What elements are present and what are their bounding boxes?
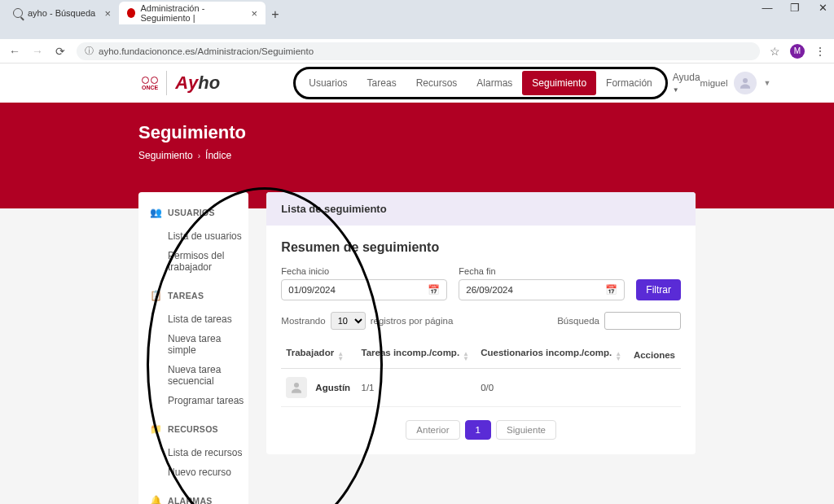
brand-logo[interactable]: ONCE Ayho	[142, 71, 220, 95]
user-avatar-icon	[734, 72, 757, 94]
breadcrumb: Seguimiento › Índice	[138, 150, 834, 161]
chevron-right-icon: ›	[198, 151, 200, 160]
filter-button[interactable]: Filtrar	[636, 279, 681, 300]
profile-avatar[interactable]: M	[790, 44, 805, 59]
pager-prev-button[interactable]: Anterior	[406, 420, 459, 440]
worker-name: Agustín	[315, 383, 350, 392]
col-cuestionarios[interactable]: Cuestionarios incomp./comp.▲▼	[476, 341, 629, 369]
sidebar-item-lista-tareas[interactable]: Lista de tareas	[138, 309, 248, 329]
sidebar-item-nuevo-recurso[interactable]: Nuevo recurso	[138, 462, 248, 482]
app-favicon-icon	[127, 8, 135, 18]
bookmark-icon[interactable]: ☆	[770, 45, 780, 58]
tasks-icon: 📋	[150, 290, 161, 301]
address-row: ← → ⟳ ⓘ ayho.fundaciononce.es/Administra…	[0, 39, 834, 64]
showing-label-pre: Mostrando	[281, 316, 325, 326]
user-menu[interactable]: miguel ▼	[700, 72, 771, 94]
sidebar-item-lista-recursos[interactable]: Lista de recursos	[138, 443, 248, 462]
sort-icon: ▲▼	[615, 352, 621, 362]
breadcrumb-item[interactable]: Seguimiento	[138, 150, 193, 161]
date-end-input[interactable]: 26/09/2024 📅	[459, 279, 625, 300]
card-header: Lista de seguimiento	[266, 192, 696, 226]
window-controls: ― ❐ ✕	[759, 2, 831, 14]
tab-close-icon[interactable]: ×	[251, 7, 257, 20]
maximize-button[interactable]: ❐	[787, 2, 803, 14]
section-title: Resumen de seguimiento	[281, 240, 681, 255]
tab-title: ayho - Búsqueda	[28, 8, 95, 18]
tracking-table: Trabajador▲▼ Tareas incomp./comp.▲▼ Cues…	[281, 341, 681, 407]
cell-actions	[629, 369, 681, 407]
folder-icon: 📁	[150, 423, 161, 435]
sort-icon: ▲▼	[337, 352, 344, 362]
sidebar-item-lista-usuarios[interactable]: Lista de usuarios	[138, 226, 248, 246]
minimize-button[interactable]: ―	[759, 2, 775, 14]
browser-menu-icon[interactable]: ⋮	[814, 45, 826, 58]
address-bar[interactable]: ⓘ ayho.fundaciononce.es/Administracion/S…	[77, 42, 760, 60]
sidebar-item-programar-tareas[interactable]: Programar tareas	[138, 391, 248, 410]
tab-close-icon[interactable]: ×	[104, 7, 111, 20]
users-icon: 👥	[150, 207, 161, 218]
search-label: Búsqueda	[557, 316, 599, 326]
pagination: Anterior 1 Siguiente	[281, 420, 681, 440]
date-start-input[interactable]: 01/09/2024 📅	[281, 279, 447, 300]
logo-divider	[166, 71, 167, 95]
chevron-down-icon: ▼	[673, 86, 679, 94]
sort-icon: ▲▼	[463, 352, 469, 362]
main-card: Lista de seguimiento Resumen de seguimie…	[266, 192, 696, 454]
card-heading: Lista de seguimiento	[281, 203, 681, 215]
breadcrumb-item: Índice	[205, 150, 231, 161]
nav-usuarios[interactable]: Usuarios	[299, 71, 357, 95]
showing-label-post: registros por página	[371, 316, 454, 326]
svg-point-1	[294, 383, 299, 388]
sidebar-item-permisos[interactable]: Permisos del trabajador	[138, 246, 248, 277]
pager-next-button[interactable]: Siguiente	[496, 420, 556, 440]
new-tab-button[interactable]: +	[266, 5, 285, 24]
calendar-icon: 📅	[428, 284, 440, 296]
chevron-down-icon: ▼	[763, 79, 770, 87]
nav-tareas[interactable]: Tareas	[358, 71, 406, 95]
url-text: ayho.fundaciononce.es/Administracion/Seg…	[99, 46, 314, 56]
nav-recursos[interactable]: Recursos	[406, 71, 467, 95]
reload-button[interactable]: ⟳	[54, 45, 67, 58]
app-header: ONCE Ayho Usuarios Tareas Recursos Alarm…	[0, 64, 834, 103]
ayho-logo: Ayho	[175, 72, 220, 94]
back-button[interactable]: ←	[8, 45, 21, 58]
sidebar-heading-tareas: 📋TAREAS	[138, 287, 248, 305]
search-icon	[13, 8, 23, 18]
site-info-icon[interactable]: ⓘ	[85, 45, 94, 57]
table-controls: Mostrando 10 registros por página Búsque…	[281, 312, 681, 330]
worker-avatar-icon	[286, 377, 307, 398]
top-nav: Usuarios Tareas Recursos Alarmas Seguimi…	[293, 67, 668, 99]
sidebar-item-nueva-tarea-simple[interactable]: Nueva tarea simple	[138, 329, 248, 360]
sidebar: 👥USUARIOS Lista de usuarios Permisos del…	[138, 192, 248, 504]
forward-button: →	[31, 45, 44, 58]
tab-strip: ayho - Búsqueda × Administración - Segui…	[0, 0, 834, 24]
sidebar-heading-alarmas: 🔔ALARMAS	[138, 492, 248, 504]
table-row[interactable]: Agustín 1/1 0/0	[281, 369, 681, 407]
sidebar-heading-usuarios: 👥USUARIOS	[138, 204, 248, 221]
nav-alarmas[interactable]: Alarmas	[467, 71, 522, 95]
cell-tasks: 1/1	[357, 369, 476, 407]
browser-tab-0[interactable]: ayho - Búsqueda ×	[5, 2, 119, 24]
browser-tab-1[interactable]: Administración - Seguimiento | ×	[119, 2, 266, 24]
calendar-icon: 📅	[605, 284, 617, 296]
sidebar-heading-recursos: 📁RECURSOS	[138, 420, 248, 438]
sidebar-item-nueva-tarea-secuencial[interactable]: Nueva tarea secuencial	[138, 360, 248, 391]
close-window-button[interactable]: ✕	[814, 2, 831, 14]
col-tareas[interactable]: Tareas incomp./comp.▲▼	[357, 341, 476, 369]
page-title: Seguimiento	[138, 122, 834, 143]
tab-title: Administración - Seguimiento |	[140, 3, 246, 23]
col-trabajador[interactable]: Trabajador▲▼	[281, 341, 356, 369]
col-acciones: Acciones	[629, 341, 681, 369]
cell-quest: 0/0	[476, 369, 629, 407]
per-page-select[interactable]: 10	[331, 312, 366, 330]
date-end-label: Fecha fin	[459, 266, 625, 276]
nav-formacion[interactable]: Formación	[596, 71, 662, 95]
content-row: 👥USUARIOS Lista de usuarios Permisos del…	[0, 200, 834, 504]
pager-page-button[interactable]: 1	[465, 420, 491, 440]
bell-icon: 🔔	[150, 495, 161, 504]
browser-chrome: ayho - Búsqueda × Administración - Segui…	[0, 0, 834, 39]
search-input[interactable]	[604, 312, 681, 330]
help-dropdown[interactable]: Ayuda ▼	[673, 72, 700, 94]
nav-seguimiento[interactable]: Seguimiento	[522, 71, 596, 95]
filter-row: Fecha inicio 01/09/2024 📅 Fecha fin 26/0…	[281, 266, 681, 300]
